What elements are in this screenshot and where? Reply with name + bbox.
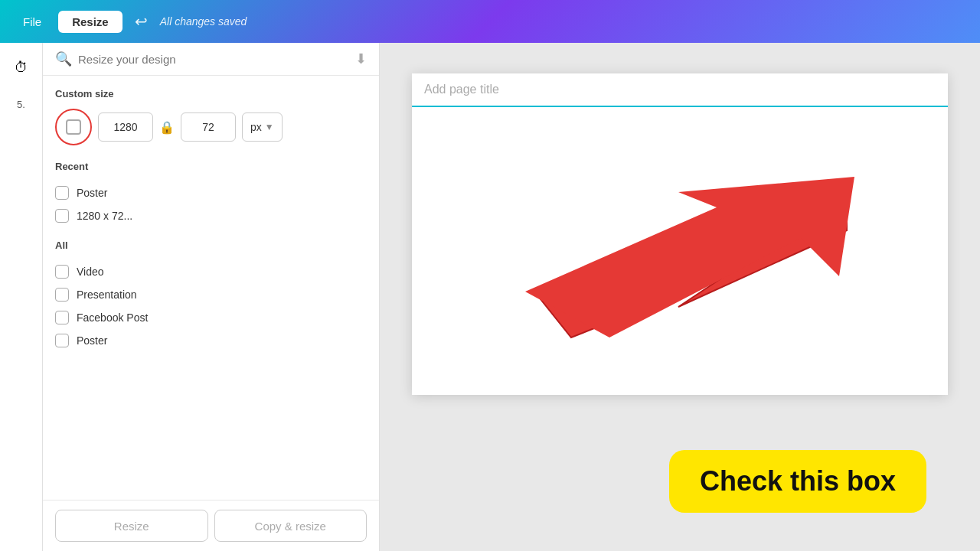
recent-item-poster: Poster — [55, 181, 367, 204]
all-title: All — [55, 240, 367, 251]
resize-action-button[interactable]: Resize — [55, 510, 208, 542]
lock-icon[interactable]: 🔒 — [159, 120, 175, 135]
canvas-area: Add page title Check this box — [380, 43, 980, 551]
canvas-page: Add page title — [412, 73, 948, 395]
saved-status: All changes saved — [160, 15, 247, 28]
recent-1280-label: 1280 x 72... — [77, 210, 132, 222]
recent-item-1280: 1280 x 72... — [55, 204, 367, 227]
download-icon: ⬇ — [355, 51, 367, 67]
resize-button[interactable]: Resize — [58, 11, 122, 33]
left-sidebar: ⏱ 5. — [0, 43, 43, 551]
all-item-facebook: Facebook Post — [55, 306, 367, 329]
recent-title: Recent — [55, 161, 367, 172]
panel-content: Custom size 🔒 px ▼ Recent — [43, 76, 379, 500]
search-area: 🔍 ⬇ — [43, 43, 379, 76]
video-label: Video — [77, 266, 104, 278]
custom-size-row: 🔒 px ▼ — [55, 109, 367, 145]
custom-size-checkbox[interactable] — [66, 119, 81, 135]
video-checkbox[interactable] — [55, 265, 69, 279]
page-title-bar: Add page title — [412, 73, 948, 107]
facebook-post-checkbox[interactable] — [55, 311, 69, 324]
unit-selector[interactable]: px ▼ — [242, 112, 283, 142]
all-section: All Video Presentation Facebook Post Pos… — [55, 240, 367, 352]
recent-section: Recent Poster 1280 x 72... — [55, 161, 367, 227]
recent-poster-checkbox[interactable] — [55, 186, 69, 200]
undo-button[interactable]: ↩ — [129, 9, 154, 34]
toolbar: File Resize ↩ All changes saved — [0, 0, 980, 43]
sidebar-number: 5. — [6, 89, 37, 119]
height-input[interactable] — [181, 112, 236, 142]
panel-footer: Resize Copy & resize — [43, 500, 379, 551]
recent-1280-checkbox[interactable] — [55, 209, 69, 223]
timer-icon[interactable]: ⏱ — [6, 52, 37, 83]
presentation-checkbox[interactable] — [55, 288, 69, 302]
custom-size-title: Custom size — [55, 88, 367, 99]
all-item-presentation: Presentation — [55, 283, 367, 306]
width-input[interactable] — [98, 112, 153, 142]
check-box-annotation: Check this box — [669, 450, 926, 513]
resize-panel: 🔍 ⬇ Custom size 🔒 px ▼ — [43, 43, 380, 551]
all-poster-checkbox[interactable] — [55, 334, 69, 347]
facebook-post-label: Facebook Post — [77, 311, 148, 324]
custom-checkbox-circle — [55, 109, 92, 145]
unit-dropdown-arrow: ▼ — [265, 122, 274, 132]
presentation-label: Presentation — [77, 289, 137, 301]
copy-resize-button[interactable]: Copy & resize — [214, 510, 368, 542]
recent-poster-label: Poster — [77, 187, 107, 199]
search-input[interactable] — [78, 53, 349, 66]
search-icon: 🔍 — [55, 51, 72, 67]
all-poster-label: Poster — [77, 334, 107, 347]
page-title-placeholder[interactable]: Add page title — [424, 83, 499, 96]
unit-text: px — [250, 121, 262, 133]
content-area: ⏱ 5. 🔍 ⬇ Custom size 🔒 — [0, 43, 980, 551]
all-item-video: Video — [55, 260, 367, 283]
custom-size-section: Custom size 🔒 px ▼ — [55, 88, 367, 145]
all-item-poster: Poster — [55, 329, 367, 352]
file-button[interactable]: File — [12, 11, 52, 33]
